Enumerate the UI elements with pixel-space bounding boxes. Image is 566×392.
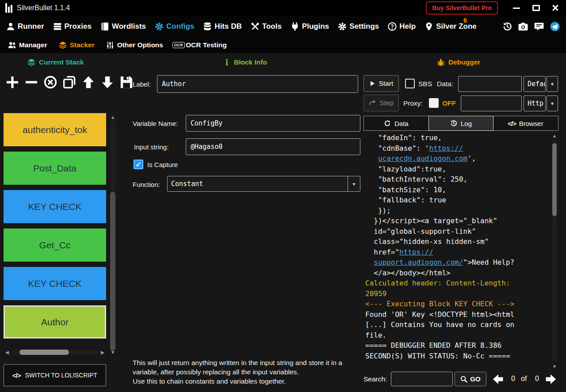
close-button[interactable]: ×	[547, 2, 563, 14]
scrollbar-thumb[interactable]	[19, 350, 69, 355]
buy-pro-button[interactable]: Buy SilverBullet Pro	[426, 1, 498, 15]
is-capture-checkbox[interactable]	[134, 160, 143, 169]
stack-block-authenticity-tok[interactable]: authenticity_tok	[4, 113, 106, 146]
copy-icon	[63, 76, 76, 89]
debugger-tabs: DataLog</>Browser	[363, 116, 558, 131]
nav-item-label: Proxies	[65, 22, 92, 31]
subnav-item-ocr-testing[interactable]: OCROCR Testing	[175, 41, 227, 49]
maximize-icon	[532, 5, 540, 11]
debugger-title: Debugger	[448, 58, 480, 66]
function-select[interactable]: Constant ▼	[167, 176, 360, 192]
play-icon	[369, 80, 375, 87]
nav-item-plugins[interactable]: Plugins	[291, 22, 329, 31]
add-block-button[interactable]	[4, 74, 20, 90]
clear-stack-button[interactable]	[42, 74, 58, 90]
proxy-type-select[interactable]: Http	[524, 95, 546, 111]
tab-data[interactable]: Data	[363, 116, 429, 131]
stack-block-key-check[interactable]: KEY CHECK	[4, 190, 106, 223]
scroll-up-icon[interactable]: ▲	[109, 113, 117, 121]
debugger-header: Debugger	[437, 58, 480, 66]
switch-to-loliscript-button[interactable]: </> SWITCH TO LOLISCRIPT	[4, 364, 106, 386]
subnav-item-other-options[interactable]: Other Options	[106, 41, 163, 49]
scroll-up-icon[interactable]: ▲	[551, 132, 558, 140]
tab-log[interactable]: Log	[428, 116, 494, 131]
next-match-button[interactable]	[543, 372, 559, 386]
start-label: Start	[379, 80, 394, 88]
label-input[interactable]	[157, 75, 358, 93]
location-pin-icon	[424, 22, 433, 31]
scrollbar-track[interactable]	[110, 121, 115, 348]
stack-horizontal-scrollbar[interactable]: ◀ ▶	[4, 347, 106, 357]
step-arrow-icon	[369, 99, 376, 107]
scroll-left-icon[interactable]: ◀	[4, 348, 11, 356]
data-type-dropdown-arrow[interactable]: ▼	[547, 76, 558, 92]
input-string-input[interactable]	[186, 138, 360, 155]
subnav-item-label: Manager	[19, 41, 47, 49]
titlebar: SilverBullet 1.1.4 Buy SilverBullet Pro …	[0, 0, 566, 16]
data-caption: Data:	[437, 80, 453, 88]
log-line: Found 'OR' Key <!DOCTYPE html><html	[365, 309, 551, 320]
proxy-off-label: OFF	[442, 99, 456, 107]
tab-browser[interactable]: </>Browser	[493, 116, 558, 131]
camera-button[interactable]	[518, 22, 528, 31]
subnav-item-manager[interactable]: Manager	[8, 41, 47, 49]
stack-block-post-data[interactable]: Post_Data	[4, 152, 106, 185]
clone-block-button[interactable]	[61, 74, 77, 90]
scroll-right-icon[interactable]: ▶	[99, 348, 106, 356]
nav-item-label: Runner	[18, 22, 44, 31]
minimize-button[interactable]	[509, 2, 524, 14]
proxy-input[interactable]	[461, 95, 522, 111]
x-circle-icon	[44, 76, 57, 89]
proxy-type-dropdown-arrow[interactable]: ▼	[547, 95, 558, 111]
scroll-down-icon[interactable]: ▼	[551, 362, 558, 370]
chevron-down-icon[interactable]: ▼	[348, 176, 360, 191]
match-total: 0	[535, 375, 539, 383]
nav-item-help[interactable]: Help	[388, 22, 416, 31]
start-button[interactable]: Start	[363, 75, 399, 92]
maximize-button[interactable]	[528, 2, 544, 14]
stack-block-author[interactable]: Author	[4, 305, 106, 339]
current-stack-title: Current Stack	[39, 58, 84, 66]
go-button[interactable]: GO	[455, 372, 486, 386]
sbs-checkbox[interactable]	[405, 79, 415, 88]
save-config-button[interactable]	[119, 74, 134, 90]
remove-block-button[interactable]	[23, 74, 39, 90]
nav-item-configs[interactable]: Configs	[155, 22, 194, 31]
history-button[interactable]	[502, 22, 512, 31]
nav-item-proxies[interactable]: Proxies	[53, 22, 92, 31]
chat-button[interactable]	[534, 22, 544, 31]
scrollbar-track[interactable]	[552, 140, 557, 362]
scrollbar-track[interactable]	[11, 350, 98, 355]
camera-icon	[518, 22, 528, 31]
nav-item-tools[interactable]: Tools	[251, 22, 282, 31]
data-type-select[interactable]: Default	[524, 76, 546, 92]
step-button[interactable]: Step	[363, 95, 399, 111]
nav-item-runner[interactable]: Runner	[6, 22, 44, 31]
stack-block-get-cc[interactable]: Get_Cc	[4, 228, 106, 262]
stack-vertical-scrollbar[interactable]: ▲ ▼	[109, 113, 117, 356]
refresh-icon	[384, 120, 391, 127]
variable-name-input[interactable]	[186, 115, 360, 132]
move-block-down-button[interactable]	[99, 74, 115, 90]
previous-match-button[interactable]	[490, 372, 506, 386]
telegram-button[interactable]	[550, 22, 560, 31]
proxy-checkbox[interactable]	[429, 98, 439, 108]
move-block-up-button[interactable]	[80, 74, 96, 90]
stack-block-key-check[interactable]: KEY CHECK	[4, 267, 106, 300]
nav-item-wordlists[interactable]: Wordlists	[100, 22, 146, 31]
nav-item-label: Tools	[262, 22, 282, 31]
bug-icon	[437, 58, 445, 66]
stack-block-label: KEY CHECK	[28, 202, 82, 212]
nav-item-settings[interactable]: Settings	[338, 22, 379, 31]
log-line: ucarecdn.audiogon.com',	[365, 153, 551, 164]
nav-item-silver-zone[interactable]: Silver Zone	[424, 22, 477, 31]
log-line: "lazyload":true,	[365, 164, 551, 175]
subnav-item-stacker[interactable]: Stacker	[59, 41, 95, 49]
scrollbar-thumb[interactable]	[552, 143, 557, 216]
scrollbar-thumb[interactable]	[110, 192, 115, 351]
nav-item-label: Silver Zone	[436, 22, 477, 31]
nav-item-hits-db[interactable]: Hits DB	[203, 22, 241, 31]
log-vertical-scrollbar[interactable]: ▲ ▼	[551, 132, 558, 370]
data-input[interactable]	[458, 76, 522, 92]
search-input[interactable]	[391, 372, 453, 386]
